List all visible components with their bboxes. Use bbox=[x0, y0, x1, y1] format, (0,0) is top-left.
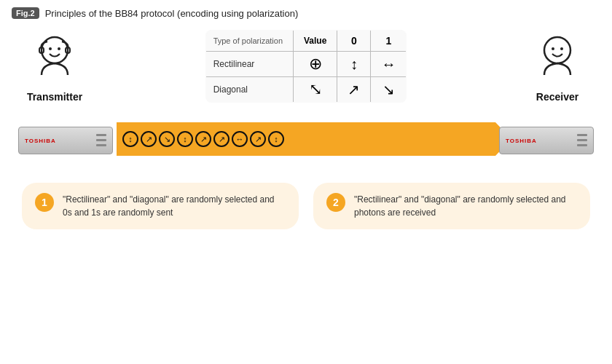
callout-2-number: 2 bbox=[326, 193, 345, 212]
fig-badge: Fig.2 bbox=[12, 7, 39, 19]
receiver-avatar bbox=[528, 30, 586, 88]
photon-7: ↔ bbox=[232, 131, 248, 147]
svg-point-7 bbox=[560, 47, 563, 50]
photon-5: ↗ bbox=[195, 131, 211, 147]
photon-transmission: ↕ ↗ ↘ ↕ ↗ ↗ ↔ ↗ ↕ bbox=[117, 121, 495, 157]
photon-sequence: ↕ ↗ ↘ ↕ ↗ ↗ ↔ ↗ ↕ bbox=[122, 131, 302, 147]
transmitter-avatar bbox=[26, 30, 84, 88]
svg-point-2 bbox=[58, 47, 60, 50]
col-header-value: Value bbox=[294, 31, 337, 52]
row2-icon: ⤡ bbox=[294, 77, 337, 103]
svg-point-6 bbox=[552, 47, 554, 50]
server-brand-right: TOSHIBA bbox=[506, 138, 537, 144]
svg-point-1 bbox=[49, 47, 52, 50]
row1-label: Rectilinear bbox=[205, 52, 293, 77]
svg-point-5 bbox=[544, 37, 570, 63]
transmitter-label: Transmitter bbox=[27, 91, 82, 103]
transmitter-device: TOSHIBA bbox=[15, 124, 117, 154]
polarization-table: Type of polarization Value 0 1 Rectiline… bbox=[205, 30, 407, 103]
callouts: 1 "Rectilinear" and "diagonal" are rando… bbox=[0, 175, 612, 229]
photon-2: ↗ bbox=[141, 131, 157, 147]
row2-val1: ↘ bbox=[371, 77, 407, 103]
row1-icon: ⊕ bbox=[294, 52, 337, 77]
table-area: Type of polarization Value 0 1 Rectiline… bbox=[95, 30, 517, 103]
receiver-device: TOSHIBA bbox=[495, 124, 597, 154]
server-brand-left: TOSHIBA bbox=[25, 138, 56, 144]
photon-4: ↕ bbox=[177, 131, 193, 147]
callout-2: 2 "Rectilinear" and "diagonal" are rando… bbox=[313, 183, 590, 229]
col-0: 0 bbox=[337, 31, 371, 52]
receiver-label: Receiver bbox=[536, 91, 578, 103]
middle-section: TOSHIBA ↕ ↗ ↘ ↕ ↗ ↗ ↔ bbox=[0, 103, 612, 175]
transmitter-area: Transmitter bbox=[15, 30, 95, 103]
transmitter-server: TOSHIBA bbox=[18, 127, 113, 154]
photon-6: ↗ bbox=[213, 131, 230, 147]
photon-9: ↕ bbox=[268, 131, 284, 147]
header: Fig.2 Principles of the BB84 protocol (e… bbox=[0, 0, 612, 26]
callout-1: 1 "Rectilinear" and "diagonal" are rando… bbox=[22, 183, 299, 229]
callout-1-text: "Rectilinear" and "diagonal" are randoml… bbox=[63, 193, 286, 219]
photon-3: ↘ bbox=[159, 131, 175, 147]
col-1: 1 bbox=[371, 31, 407, 52]
callout-2-text: "Rectilinear" and "diagonal" are randoml… bbox=[354, 193, 577, 219]
row1-val0: ↕ bbox=[337, 52, 371, 77]
callout-1-number: 1 bbox=[35, 193, 54, 212]
row2-label: Diagonal bbox=[205, 77, 293, 103]
row1-val1: ↔ bbox=[371, 52, 407, 77]
receiver-area: Receiver bbox=[517, 30, 597, 103]
row2-val0: ↗ bbox=[337, 77, 371, 103]
col-header-type: Type of polarization bbox=[205, 31, 293, 52]
orange-arrow: ↕ ↗ ↘ ↕ ↗ ↗ ↔ ↗ ↕ bbox=[117, 122, 495, 156]
photon-1: ↕ bbox=[122, 131, 138, 147]
photon-8: ↗ bbox=[250, 131, 266, 147]
page-title: Principles of the BB84 protocol (encodin… bbox=[45, 8, 299, 19]
receiver-server: TOSHIBA bbox=[499, 127, 594, 154]
top-row: Transmitter Type of polarization Value 0… bbox=[0, 30, 612, 103]
